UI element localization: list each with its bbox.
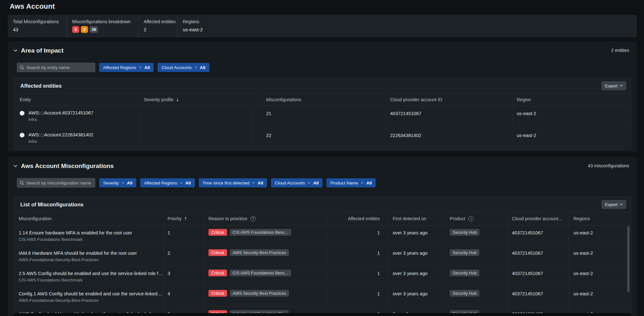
horizontal-scrollbar-track[interactable] (14, 313, 631, 316)
entities-count: 2 entities (611, 48, 629, 53)
collapse-chevron-icon[interactable] (14, 49, 17, 52)
stat-label: Misconfigurations breakdown (72, 19, 132, 24)
filter-operator: = (139, 65, 141, 70)
affected-entities-value: 1 (327, 225, 389, 245)
filter-product-name[interactable]: Product Name = All (326, 178, 376, 187)
account-id: 222634381402 (386, 128, 513, 150)
filter-name: Severity (103, 181, 119, 185)
column-header-first-detected-on[interactable]: First detected on (389, 212, 446, 225)
stat-label: Affected entities (144, 19, 171, 24)
column-header-account-id[interactable]: Cloud provider account ID (386, 94, 513, 106)
column-header-misconfigurations[interactable]: Misconfigurations (262, 94, 386, 106)
filter-operator: = (308, 181, 310, 185)
column-header-account[interactable]: Cloud provider account... (508, 212, 569, 225)
table-row[interactable]: IAM.6 Hardware MFA should be enabled for… (14, 246, 631, 266)
entity-search-input[interactable] (26, 65, 92, 70)
priority-value: 3 (163, 266, 204, 286)
table-row[interactable]: Config.1 AWS Config should be enabled an… (14, 286, 631, 307)
filter-value: All (144, 65, 150, 70)
filter-affected-regions[interactable]: Affected Regions = All (99, 63, 154, 72)
filter-cloud-accounts[interactable]: Cloud Accounts = All (271, 178, 322, 187)
filter-value: All (313, 181, 319, 185)
column-header-regions[interactable]: Regions (569, 212, 631, 225)
misconfiguration-search-input[interactable] (26, 181, 92, 185)
account-id: 403721451067 (386, 106, 513, 128)
table-row[interactable]: AWS::::Account:222634381402 Infra 22 222… (14, 128, 631, 150)
column-header-product[interactable]: Product i (446, 212, 508, 225)
filter-operator: = (180, 181, 182, 185)
entity-type: Infra (28, 139, 93, 144)
column-header-misconfiguration[interactable]: Misconfiguration (14, 212, 163, 225)
misconfiguration-search[interactable] (17, 178, 95, 188)
framework-name: CIS AWS Foundations Benchmark (19, 278, 163, 282)
filter-value: All (200, 65, 205, 70)
framework-name: AWS-Foundational-Security-Best-Practices (19, 298, 163, 303)
table-row[interactable]: 1.14 Ensure hardware MFA is enabled for … (14, 225, 631, 246)
reason-tag: CIS AWS Foundations Benc... (230, 229, 291, 236)
column-header-entity[interactable]: Entity (14, 94, 139, 106)
section-title: Area of Impact (21, 47, 63, 54)
export-button[interactable]: Export (601, 81, 626, 90)
regions-value: us-east-2 (569, 266, 631, 286)
priority-value: 2 (163, 246, 204, 266)
table-row[interactable]: 2.5 AWS Config should be enabled and use… (14, 266, 631, 286)
filter-name: Time since first detected (203, 181, 250, 185)
info-icon[interactable]: i (468, 216, 474, 222)
misconfigurations-section: Aws Account Misconfigurations 43 misconf… (8, 157, 637, 316)
area-of-impact-section: Area of Impact 2 entities Affected Regio… (8, 41, 637, 152)
severity-profile-bars (139, 106, 252, 128)
stat-misconfigurations-breakdown: Misconfigurations breakdown 5 2 36 (67, 15, 139, 37)
table-row[interactable]: AWS::::Account:403721451067 Infra 21 403… (14, 106, 631, 128)
regions-value: us-east-2 (569, 225, 631, 245)
filter-operator: = (122, 181, 124, 185)
reason-tag: AWS Security Best Practices (230, 249, 289, 256)
column-header-reason-to-prioritize[interactable]: Reason to prioritize ? (204, 212, 327, 225)
account-id: 403721451067 (508, 225, 569, 245)
column-header-priority[interactable]: Priority ↑ (163, 212, 204, 225)
priority-value: 1 (163, 225, 204, 245)
framework-name: AWS-Foundational-Security-Best-Practices (19, 257, 137, 262)
filter-name: Affected Regions (144, 181, 177, 185)
filter-operator: = (361, 181, 363, 185)
entity-type: Infra (28, 117, 93, 122)
stat-label: Total Misconfigurations (13, 19, 61, 24)
stat-affected-entities: Affected entities 2 (139, 15, 178, 37)
collapse-chevron-icon[interactable] (14, 165, 17, 167)
filter-affected-regions[interactable]: Affected Regions = All (140, 178, 195, 187)
entity-search[interactable] (17, 63, 95, 72)
product-badge: Security Hub (450, 249, 479, 256)
filter-time-since-first-detected[interactable]: Time since first detected = All (199, 178, 267, 187)
stat-value: us-east-2 (183, 27, 203, 32)
account-hexagon-icon (20, 133, 24, 138)
filter-value: All (366, 181, 372, 185)
stat-regions: Regions us-east-2 (178, 15, 209, 37)
column-header-affected-entities[interactable]: Affected entities (327, 212, 389, 225)
filter-operator: = (252, 181, 255, 185)
sort-ascending-icon: ↑ (184, 216, 187, 221)
help-icon[interactable]: ? (250, 216, 256, 222)
regions-value: us-east-2 (569, 286, 631, 306)
vertical-scrollbar-thumb[interactable] (627, 226, 630, 292)
misconfiguration-name: 2.5 AWS Config should be enabled and use… (19, 271, 163, 276)
account-id: 403721451067 (508, 266, 569, 286)
misconfigurations-count: 21 (262, 106, 386, 128)
column-label: Reason to prioritize (208, 216, 247, 221)
filter-cloud-accounts[interactable]: Cloud Accounts = All (158, 63, 209, 72)
affected-entities-value: 1 (327, 246, 389, 266)
product-badge: Security Hub (450, 229, 479, 236)
regions-value: us-east-2 (569, 246, 631, 266)
search-icon (20, 181, 24, 185)
filter-name: Product Name (330, 181, 358, 185)
entity-name: AWS::::Account:403721451067 (28, 110, 93, 115)
filter-severity[interactable]: Severity = All (99, 178, 136, 187)
region: us-east-2 (513, 106, 631, 128)
export-button[interactable]: Export (601, 200, 626, 209)
high-count-badge: 2 (81, 26, 88, 33)
column-header-region[interactable]: Region (513, 94, 631, 106)
affected-entities-value: 1 (327, 286, 389, 306)
export-label: Export (605, 202, 618, 207)
column-header-severity-profile[interactable]: Severity profile ↓ (139, 94, 262, 106)
severity-badge: Critical (208, 229, 227, 236)
export-label: Export (605, 84, 618, 88)
affected-entities-value: 1 (327, 266, 389, 286)
